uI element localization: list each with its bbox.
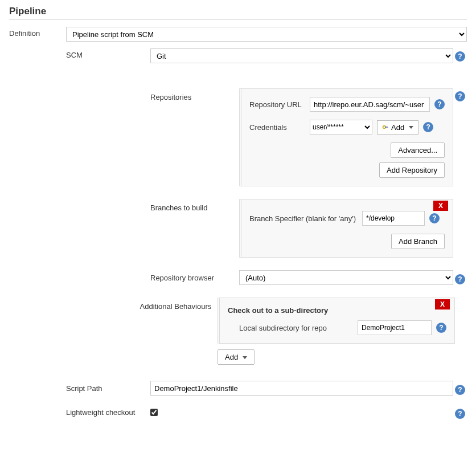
add-credentials-label: Add	[391, 123, 404, 132]
help-icon[interactable]: ?	[455, 409, 465, 419]
delete-branch-button[interactable]: X	[433, 201, 448, 211]
help-icon[interactable]: ?	[455, 274, 465, 284]
add-branch-button[interactable]: Add Branch	[391, 234, 445, 249]
lightweight-label: Lightweight checkout	[66, 408, 150, 417]
branches-label: Branches to build	[150, 199, 239, 258]
definition-label: Definition	[9, 27, 66, 38]
add-behaviour-label: Add	[225, 353, 238, 361]
credentials-select[interactable]: user/******	[310, 120, 372, 135]
help-icon[interactable]: ?	[436, 323, 446, 333]
add-repository-button[interactable]: Add Repository	[379, 162, 445, 178]
page-title: Pipeline	[9, 6, 467, 20]
scm-label: SCM	[66, 48, 150, 59]
add-behaviour-button[interactable]: Add	[218, 349, 255, 365]
branch-specifier-label: Branch Specifier (blank for 'any')	[249, 214, 358, 223]
repo-url-input[interactable]	[310, 97, 430, 112]
credentials-label: Credentials	[249, 123, 305, 132]
help-icon[interactable]: ?	[423, 122, 433, 132]
svg-rect-1	[385, 127, 388, 128]
script-path-label: Script Path	[66, 384, 150, 393]
help-icon[interactable]: ?	[455, 385, 465, 395]
repository-panel: Repository URL ? Credentials user/******…	[239, 88, 453, 186]
script-path-input[interactable]	[150, 381, 453, 396]
repo-url-label: Repository URL	[249, 100, 305, 109]
behaviour-panel: X Check out to a sub-directory Local sub…	[218, 298, 455, 344]
delete-behaviour-button[interactable]: X	[435, 299, 450, 310]
repositories-label: Repositories	[150, 88, 239, 186]
behaviour-title: Check out to a sub-directory	[228, 306, 446, 315]
subdir-label: Local subdirectory for repo	[239, 324, 353, 332]
repo-browser-label: Repository browser	[150, 274, 239, 282]
scm-select[interactable]: Git	[150, 48, 453, 63]
help-icon[interactable]: ?	[429, 213, 440, 223]
help-icon[interactable]: ?	[455, 51, 465, 62]
add-credentials-button[interactable]: Add	[377, 120, 418, 135]
lightweight-checkbox[interactable]	[150, 409, 158, 416]
key-icon	[382, 124, 389, 131]
help-icon[interactable]: ?	[434, 99, 445, 109]
help-icon[interactable]: ?	[455, 91, 465, 101]
advanced-button[interactable]: Advanced...	[391, 142, 445, 158]
repo-browser-select[interactable]: (Auto)	[239, 270, 453, 285]
branch-specifier-input[interactable]	[362, 211, 425, 226]
branches-panel: X Branch Specifier (blank for 'any') ? A…	[239, 199, 453, 258]
definition-select[interactable]: Pipeline script from SCM	[66, 27, 467, 42]
behaviours-label: Additional Behaviours	[140, 298, 218, 365]
subdir-input[interactable]	[358, 320, 432, 335]
